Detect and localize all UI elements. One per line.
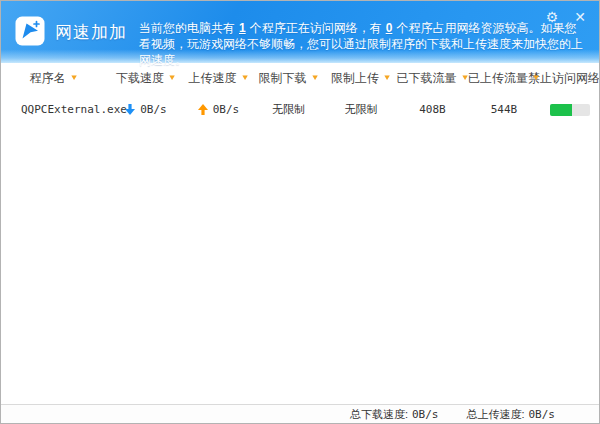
limit-upload-cell[interactable]: 无限制 (326, 102, 396, 117)
total-download-speed: 总下载速度: 0B/s (350, 407, 439, 422)
app-title: 网速加加 (55, 21, 127, 44)
upload-arrow-icon (198, 104, 208, 115)
window-controls: ⚙ ✕ (543, 8, 589, 26)
column-header-block-network[interactable]: 禁止访问网络▼ (539, 70, 600, 87)
sort-triangle-icon: ▼ (167, 74, 176, 82)
titlebar-description: 当前您的电脑共有1个程序正在访问网络，有0个程序占用网络资源较高。如果您看视频，… (139, 20, 585, 68)
block-network-toggle[interactable] (550, 104, 590, 116)
uploaded-total-cell: 544B (469, 103, 539, 116)
close-icon[interactable]: ✕ (571, 8, 589, 26)
program-name-cell: QQPCExternal.exe (1, 103, 106, 116)
upload-speed-cell: 0B/s (186, 103, 251, 116)
limit-download-cell[interactable]: 无限制 (251, 102, 326, 117)
column-header-limit-upload[interactable]: 限制上传▼ (326, 70, 396, 87)
table-row[interactable]: QQPCExternal.exe 0B/s 0B/s 无限制 无限制 408B … (1, 93, 599, 126)
settings-gear-icon[interactable]: ⚙ (543, 8, 561, 26)
column-header-upload-speed[interactable]: 上传速度▼ (186, 70, 251, 87)
status-bar: 总下载速度: 0B/s 总上传速度: 0B/s (1, 404, 599, 423)
sort-triangle-icon: ▼ (382, 74, 391, 82)
column-header-download-speed[interactable]: 下载速度▼ (106, 70, 186, 87)
sort-triangle-icon: ▼ (240, 74, 249, 82)
block-network-cell (539, 104, 600, 116)
active-program-count: 1 (239, 21, 246, 35)
app-logo-rocket-icon (15, 16, 45, 46)
download-arrow-icon (125, 104, 135, 115)
desc-text-2: 个程序正在访问网络，有 (250, 21, 382, 35)
column-header-limit-download[interactable]: 限制下载▼ (251, 70, 326, 87)
high-usage-program-count: 0 (386, 21, 393, 35)
column-header-program-name[interactable]: 程序名▼ (1, 70, 106, 87)
downloaded-total-cell: 408B (396, 103, 469, 116)
sort-triangle-icon: ▼ (69, 74, 78, 82)
title-bar: 网速加加 当前您的电脑共有1个程序正在访问网络，有0个程序占用网络资源较高。如果… (1, 1, 599, 63)
column-header-downloaded-total[interactable]: 已下载流量▼ (396, 70, 469, 87)
sort-triangle-icon: ▼ (460, 74, 469, 82)
total-upload-speed: 总上传速度: 0B/s (466, 407, 555, 422)
table-empty-area (1, 126, 599, 365)
app-window: 网速加加 当前您的电脑共有1个程序正在访问网络，有0个程序占用网络资源较高。如果… (0, 0, 600, 424)
desc-text-1: 当前您的电脑共有 (139, 21, 235, 35)
sort-triangle-icon: ▼ (310, 74, 319, 82)
sort-triangle-icon: ▼ (531, 74, 540, 82)
toggle-fill (550, 104, 572, 116)
download-speed-cell: 0B/s (106, 103, 186, 116)
